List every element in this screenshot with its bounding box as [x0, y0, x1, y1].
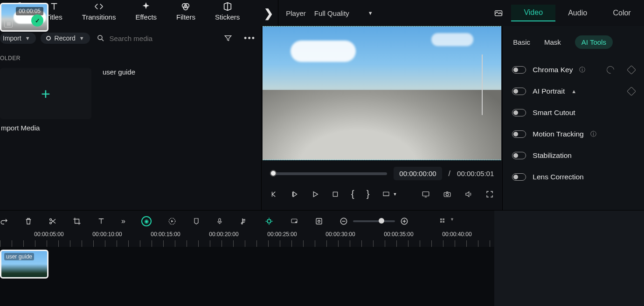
svg-rect-20: [316, 218, 322, 224]
track-view-button[interactable]: ▼: [439, 217, 454, 225]
stop-button[interactable]: [332, 190, 339, 198]
mark-out-button[interactable]: }: [367, 189, 370, 199]
right-tab-color[interactable]: Color: [600, 5, 644, 21]
auto-reframe-button[interactable]: [264, 217, 274, 226]
play-button[interactable]: [311, 190, 319, 198]
timeline-clip[interactable]: user guide: [0, 250, 48, 279]
search-input[interactable]: [110, 34, 194, 42]
ai-lens-correction-row: Lens Correction: [511, 166, 636, 188]
ai-smart-cutout-row: Smart Cutout: [511, 102, 636, 123]
svg-point-11: [446, 193, 449, 196]
media-clip-thumbnail[interactable]: 00:00:05 ▦ ✓: [0, 3, 48, 32]
chevron-down-icon: ▼: [25, 35, 30, 41]
filters-icon: [180, 1, 191, 12]
speed-button[interactable]: [167, 217, 177, 226]
text-button[interactable]: [97, 217, 105, 225]
marker-button[interactable]: [193, 217, 200, 225]
chroma-key-toggle[interactable]: [512, 66, 526, 74]
current-time: 00:00:00:00: [394, 167, 442, 180]
audio-beat-button[interactable]: [239, 217, 249, 225]
more-options-icon[interactable]: •••: [244, 34, 256, 43]
svg-rect-25: [443, 218, 444, 220]
fullscreen-button[interactable]: [485, 190, 494, 198]
crop-button[interactable]: [73, 217, 81, 225]
right-tab-video[interactable]: Video: [511, 5, 555, 21]
svg-rect-27: [443, 221, 444, 223]
sparkle-icon: [141, 1, 151, 12]
ai-portrait-row: AI Portrait ▲: [511, 81, 636, 102]
video-preview[interactable]: [263, 26, 501, 160]
import-dropdown[interactable]: Import▼: [0, 33, 36, 44]
delete-button[interactable]: [24, 217, 33, 225]
svg-point-21: [318, 220, 320, 223]
zoom-in-button[interactable]: [400, 217, 409, 226]
collapse-icon[interactable]: ▲: [571, 88, 576, 94]
filter-icon[interactable]: [223, 34, 233, 42]
record-dropdown[interactable]: Record▼: [41, 33, 90, 44]
zoom-out-button[interactable]: [339, 217, 348, 226]
tab-stickers[interactable]: Stickers: [215, 1, 240, 21]
tab-transitions[interactable]: Transitions: [82, 1, 116, 21]
text-icon: [49, 1, 59, 12]
total-duration: 00:00:05:01: [457, 170, 494, 177]
playback-scrubber[interactable]: [270, 172, 387, 175]
camera-snapshot-button[interactable]: [443, 190, 452, 198]
subtab-mask[interactable]: Mask: [544, 38, 561, 46]
timeline-ruler[interactable]: 00:00:05:00 00:00:10:00 00:00:15:00 00:0…: [0, 231, 494, 247]
ai-portrait-toggle[interactable]: [512, 88, 526, 95]
voiceover-button[interactable]: [216, 217, 223, 226]
mark-in-button[interactable]: {: [351, 189, 354, 199]
chevron-down-icon: ▼: [368, 10, 373, 16]
video-type-icon: ▦: [4, 19, 13, 27]
info-icon[interactable]: ⓘ: [579, 66, 585, 74]
volume-button[interactable]: [464, 190, 473, 198]
snapshot-icon[interactable]: [493, 8, 504, 18]
svg-point-6: [98, 35, 102, 40]
plus-icon: +: [41, 85, 50, 103]
svg-rect-9: [423, 191, 429, 196]
play-backward-button[interactable]: [291, 190, 299, 198]
import-media-tile[interactable]: +: [0, 68, 91, 119]
ai-motion-tracking-row: Motion Tracking ⓘ: [511, 123, 636, 145]
tab-filters[interactable]: Filters: [176, 1, 195, 21]
ai-stabilization-row: Stabilization: [511, 145, 636, 166]
svg-rect-15: [219, 218, 221, 222]
stabilization-toggle[interactable]: [512, 152, 526, 159]
record-dot-icon: [46, 36, 51, 41]
display-settings-button[interactable]: [421, 190, 430, 198]
smart-cutout-toggle[interactable]: [512, 109, 526, 116]
keyframe-tool-button[interactable]: [290, 218, 299, 225]
transitions-icon: [94, 1, 104, 12]
adjustment-button[interactable]: [315, 217, 323, 225]
ai-assistant-button[interactable]: ◉: [141, 216, 152, 226]
prev-frame-button[interactable]: [270, 190, 278, 198]
subtab-ai-tools[interactable]: AI Tools: [575, 35, 613, 49]
more-tabs-arrow-icon[interactable]: ❯: [264, 7, 273, 20]
reset-icon[interactable]: [605, 65, 616, 75]
checkmark-icon: ✓: [31, 14, 43, 27]
right-tab-audio[interactable]: Audio: [555, 5, 600, 21]
keyframe-icon[interactable]: [627, 65, 636, 75]
timeline-track[interactable]: user guide: [0, 247, 494, 306]
quality-dropdown[interactable]: Full Quality ▼: [314, 9, 373, 17]
tab-effects[interactable]: Effects: [135, 1, 157, 21]
subtab-basic[interactable]: Basic: [513, 38, 530, 46]
svg-rect-8: [383, 192, 389, 196]
ai-chroma-key-row: Chroma Key ⓘ: [511, 59, 636, 81]
import-media-label: mport Media: [0, 124, 91, 132]
keyframe-icon[interactable]: [627, 87, 636, 96]
search-icon: [97, 34, 105, 42]
more-tools-button[interactable]: »: [121, 217, 125, 225]
redo-button[interactable]: [0, 217, 8, 225]
layout-dropdown[interactable]: ▼: [381, 190, 397, 198]
svg-rect-24: [440, 218, 442, 220]
player-label: Player: [286, 9, 306, 17]
info-icon[interactable]: ⓘ: [590, 130, 596, 138]
lens-correction-toggle[interactable]: [512, 173, 526, 181]
split-button[interactable]: [48, 217, 57, 225]
motion-tracking-toggle[interactable]: [512, 130, 526, 138]
svg-rect-26: [440, 221, 442, 223]
svg-point-16: [241, 223, 242, 224]
zoom-slider[interactable]: [353, 220, 395, 222]
folder-header: OLDER: [0, 50, 261, 68]
